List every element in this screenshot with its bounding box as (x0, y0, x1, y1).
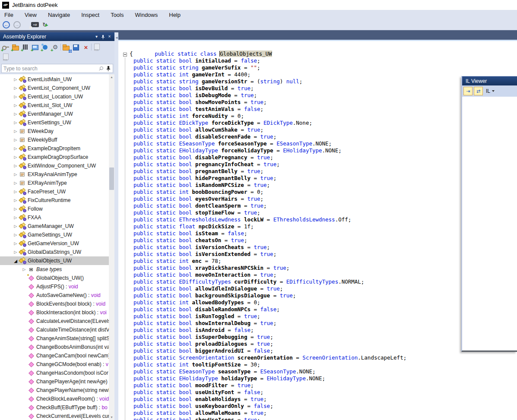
tree-row[interactable]: ChangePlayerAge(int newAge) : (0, 377, 109, 386)
expand-arrow-icon[interactable]: ▷ (12, 181, 19, 185)
tree-row[interactable]: ▷GlobalDataStrings_UW (0, 248, 109, 256)
tree-row[interactable]: ▷GameSettings_UW (0, 231, 109, 239)
tree-row[interactable]: ▷ExampleDragDropItem (0, 144, 109, 153)
scrollbar-thumb[interactable] (109, 167, 114, 190)
tree-row[interactable]: ◢GlobalObjects_UW (0, 256, 109, 265)
tree-row[interactable]: CheckBlockLeaveRoom() : void (0, 395, 109, 403)
generate-pdb-icon-disabled[interactable] (1, 52, 10, 62)
expand-arrow-icon[interactable]: ▷ (12, 198, 19, 202)
expand-arrow-icon[interactable]: ▷ (12, 146, 19, 151)
menu-navigate[interactable]: Navigate (48, 12, 70, 18)
expand-arrow-icon[interactable]: ▷ (12, 233, 19, 237)
tree-row[interactable]: ▷GetGameVersion_UW (0, 239, 109, 248)
tree-row[interactable]: ▷EventList_Component_UW (0, 84, 109, 92)
tree-row[interactable]: ▷EventListMain_UW (0, 75, 109, 84)
pin-icon[interactable] (106, 66, 111, 71)
collapse-splitter-icon[interactable]: ◄ (115, 36, 118, 40)
expand-arrow-icon[interactable]: ▷ (12, 241, 19, 246)
tree-row[interactable]: ▷EventManager_UW (0, 110, 109, 118)
tree-row[interactable]: ChangePlayerName(string newN (0, 386, 109, 395)
hash-tag-icon[interactable]: «# (31, 22, 39, 27)
tree-row[interactable]: ▷Follow (0, 205, 109, 213)
tree-row[interactable]: ChangeHasCondom(bool isCor (0, 369, 109, 377)
auto-hide-pin-icon[interactable] (100, 34, 106, 40)
tree-row[interactable]: ChangeCanCam(bool newCam) (0, 351, 109, 360)
expand-arrow-icon[interactable]: ▷ (12, 112, 19, 116)
save-assemblies-icon[interactable] (71, 42, 81, 52)
menu-inspect[interactable]: Inspect (81, 12, 99, 18)
expand-arrow-icon[interactable]: ▷ (12, 95, 19, 99)
expand-arrow-icon[interactable]: ▷ (12, 215, 19, 220)
tree-row[interactable]: CheckCurrentLevel(ELevels curr (0, 412, 109, 420)
tree-row[interactable]: ▷EventList_Location_UW (0, 92, 109, 101)
tree-row[interactable]: ChangeAnimState(string[] splitS (0, 334, 109, 343)
tree-row[interactable]: ▷EXRayAnalAnimType (0, 170, 109, 179)
tree-row[interactable]: AutoSaveGameNew() : void (0, 291, 109, 300)
search-icon[interactable] (98, 66, 104, 71)
back-icon[interactable]: ← (3, 21, 10, 28)
open-folder-icon[interactable]: + (11, 42, 20, 52)
expand-arrow-icon[interactable]: ▷ (12, 77, 19, 82)
window-position-icon[interactable]: ▾ (93, 34, 100, 40)
tree-row[interactable]: CalculateLevelDistance(ELevels (0, 317, 109, 325)
scroll-up-icon[interactable]: ▲ (109, 74, 114, 80)
expand-arrow-icon[interactable]: ▷ (12, 250, 19, 254)
tree-row[interactable]: BlockInteraction(int block) : voi (0, 308, 109, 317)
window-titlebar[interactable]: dP JetBrains dotPeek (0, 0, 517, 10)
tree-row[interactable]: ChangeGCMode(bool enab) : v (0, 360, 109, 369)
expand-arrow-icon[interactable]: ▷ (12, 189, 19, 194)
fold-toggle-icon[interactable] (123, 53, 127, 57)
tree-row[interactable]: ▷EventSettings_UW (0, 118, 109, 127)
menu-tools[interactable]: Tools (111, 12, 124, 18)
track-caret-icon[interactable]: ⇥ (463, 87, 473, 95)
explore-folder-icon[interactable] (61, 42, 71, 52)
menu-windows[interactable]: Windows (135, 12, 158, 18)
expand-arrow-icon[interactable]: ▷ (21, 267, 28, 272)
search-box[interactable] (1, 64, 113, 73)
il-viewer-header[interactable]: IL Viewer (462, 76, 517, 85)
remove-assemblies-icon[interactable]: × (81, 42, 91, 52)
menu-help[interactable]: Help (169, 12, 181, 18)
tree-row[interactable]: ▷ExampleDragDropSurface (0, 153, 109, 161)
expand-arrow-icon[interactable]: ▷ (12, 129, 19, 133)
tree-row[interactable]: ▷ExitWindow_Component_UW (0, 161, 109, 170)
auto-scroll-icon[interactable]: ⇄ (474, 87, 483, 95)
assembly-explorer-header[interactable]: Assembly Explorer ▾ × (0, 32, 114, 41)
open-from-nuget-icon[interactable]: + (41, 42, 50, 52)
open-from-gac-icon[interactable]: + (21, 42, 30, 52)
tree-row[interactable]: CalculateTimeDistance(int distV (0, 325, 109, 334)
forward-icon[interactable]: → (13, 21, 21, 28)
tree-row[interactable]: AdjustFPS() : void (0, 282, 109, 291)
tree-row[interactable]: ChangeBoobsAnimBonus(int va (0, 343, 109, 351)
expand-arrow-icon[interactable]: ▷ (12, 120, 19, 125)
scroll-down-icon[interactable]: ▼ (109, 414, 114, 420)
panel-splitter[interactable]: ◄ (114, 32, 118, 420)
tree-row[interactable]: ▷Base types (0, 265, 109, 274)
expand-arrow-icon[interactable]: ◢ (12, 259, 19, 263)
menu-view[interactable]: View (25, 12, 37, 18)
tree-row[interactable]: ▷FixCultureRuntime (0, 196, 109, 205)
tree-row[interactable]: ▷EWeeklyBuff (0, 136, 109, 144)
run-refresh-icon[interactable]: ↻▶ (42, 21, 48, 28)
expand-arrow-icon[interactable]: ▷ (12, 138, 19, 142)
expand-arrow-icon[interactable]: ▷ (12, 172, 19, 177)
tree-row[interactable]: ▷EXRayAnimType (0, 179, 109, 187)
expand-arrow-icon[interactable]: ▷ (12, 207, 19, 211)
close-icon[interactable]: × (106, 34, 113, 40)
expand-arrow-icon[interactable]: ▷ (12, 86, 19, 90)
code-editor[interactable]: public static classGlobalObjects_UW { pu… (118, 40, 517, 420)
expand-arrow-icon[interactable]: ▷ (12, 224, 19, 228)
il-mode-dropdown[interactable]: IL (486, 88, 495, 94)
tree-row[interactable]: ▷EventList_Slot_UW (0, 101, 109, 110)
tree-row[interactable]: ▷GameManager_UW (0, 222, 109, 231)
open-assembly-icon[interactable]: + (1, 42, 10, 52)
search-input[interactable] (3, 66, 98, 72)
expand-arrow-icon[interactable]: ▷ (12, 103, 19, 107)
tree-row[interactable]: ▷FXAA (0, 213, 109, 222)
tree-scrollbar[interactable]: ▲ ▼ (109, 74, 114, 420)
open-from-process-icon[interactable]: + (31, 42, 40, 52)
open-with-options-icon[interactable]: ⚙+ (51, 42, 60, 52)
menu-file[interactable]: File (4, 12, 13, 18)
expand-arrow-icon[interactable]: ▷ (12, 155, 19, 159)
pdb-icon-disabled[interactable] (92, 42, 101, 52)
